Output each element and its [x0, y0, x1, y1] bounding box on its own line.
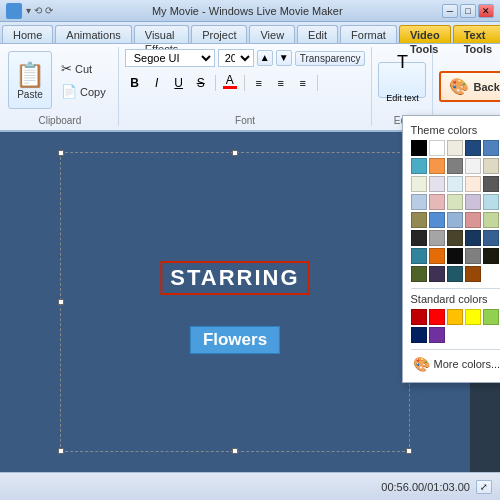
font-group: Segoe UI 20 ▲ ▼ Transparency B I U S A [121, 47, 373, 126]
theme-color-cell[interactable] [411, 266, 427, 282]
copy-button[interactable]: 📄 Copy [55, 81, 112, 102]
theme-color-cell[interactable] [411, 194, 427, 210]
cut-copy-group: ✂ Cut 📄 Copy [55, 58, 112, 102]
italic-button[interactable]: I [147, 73, 167, 93]
tab-view[interactable]: View [249, 25, 295, 43]
theme-color-cell[interactable] [447, 212, 463, 228]
maximize-button[interactable]: □ [460, 4, 476, 18]
theme-color-cell[interactable] [447, 230, 463, 246]
font-size-select[interactable]: 20 [218, 49, 254, 67]
theme-color-cell[interactable] [429, 158, 445, 174]
theme-color-cell[interactable] [465, 248, 481, 264]
standard-color-cell[interactable] [465, 309, 481, 325]
theme-color-cell[interactable] [447, 194, 463, 210]
clipboard-group: 📋 Paste ✂ Cut 📄 Copy Clipboard [4, 47, 119, 126]
font-size-decrease-button[interactable]: ▼ [276, 50, 292, 66]
standard-color-cell[interactable] [447, 309, 463, 325]
title-bar-left: ▾ ⟲ ⟳ [6, 3, 53, 19]
theme-color-cell[interactable] [411, 158, 427, 174]
selection-box [60, 152, 410, 452]
tab-format[interactable]: Format [340, 25, 397, 43]
theme-color-cell[interactable] [465, 230, 481, 246]
underline-button[interactable]: U [169, 73, 189, 93]
handle-top-left[interactable] [58, 150, 64, 156]
standard-color-cell[interactable] [411, 309, 427, 325]
handle-bottom-left[interactable] [58, 448, 64, 454]
tab-animations[interactable]: Animations [55, 25, 131, 43]
theme-color-cell[interactable] [465, 158, 481, 174]
font-face-select[interactable]: Segoe UI [125, 49, 215, 67]
theme-color-cell[interactable] [447, 266, 463, 282]
theme-color-cell[interactable] [483, 194, 499, 210]
window-title: My Movie - Windows Live Movie Maker [53, 5, 442, 17]
theme-color-cell[interactable] [411, 140, 427, 156]
theme-color-cell[interactable] [483, 248, 499, 264]
tab-edit[interactable]: Edit [297, 25, 338, 43]
tab-project[interactable]: Project [191, 25, 247, 43]
edit-text-label: Edit text [386, 80, 419, 116]
font-color-button[interactable]: A [220, 73, 240, 93]
clipboard-content: 📋 Paste ✂ Cut 📄 Copy [8, 47, 112, 113]
handle-bottom-right[interactable] [406, 448, 412, 454]
theme-color-cell[interactable] [483, 158, 499, 174]
strikethrough-button[interactable]: S [191, 73, 211, 93]
theme-color-cell[interactable] [465, 140, 481, 156]
tab-home[interactable]: Home [2, 25, 53, 43]
theme-color-cell[interactable] [429, 176, 445, 192]
theme-color-cell[interactable] [483, 230, 499, 246]
font-color-indicator [223, 86, 237, 89]
theme-color-cell[interactable] [447, 140, 463, 156]
canvas-area[interactable]: STARRING Flowers [0, 132, 470, 472]
paste-button[interactable]: 📋 Paste [8, 51, 52, 109]
theme-color-cell[interactable] [411, 248, 427, 264]
tab-video-tools[interactable]: Video Tools [399, 25, 451, 43]
tab-text-tools[interactable]: Text Tools [453, 25, 500, 43]
theme-color-cell[interactable] [465, 176, 481, 192]
theme-color-cell[interactable] [447, 176, 463, 192]
close-button[interactable]: ✕ [478, 4, 494, 18]
handle-middle-left[interactable] [58, 299, 64, 305]
theme-color-cell[interactable] [447, 248, 463, 264]
theme-color-cell[interactable] [483, 140, 499, 156]
theme-color-cell[interactable] [411, 176, 427, 192]
handle-top-middle[interactable] [232, 150, 238, 156]
standard-color-cell[interactable] [429, 327, 445, 343]
starring-text[interactable]: STARRING [160, 261, 309, 295]
copy-label: Copy [80, 86, 106, 98]
font-size-increase-button[interactable]: ▲ [257, 50, 273, 66]
align-right-button[interactable]: ≡ [293, 73, 313, 93]
handle-bottom-middle[interactable] [232, 448, 238, 454]
theme-color-cell[interactable] [465, 194, 481, 210]
theme-color-cell[interactable] [429, 194, 445, 210]
background-color-button[interactable]: 🎨 Background color ▼ [439, 71, 500, 102]
theme-color-cell[interactable] [429, 212, 445, 228]
font-color-icon: A [226, 74, 234, 86]
clipboard-group-label: Clipboard [38, 113, 81, 126]
transparency-inline-button[interactable]: Transparency [295, 51, 366, 66]
flowers-text[interactable]: Flowers [190, 326, 280, 354]
theme-color-cell[interactable] [429, 140, 445, 156]
edit-text-button[interactable]: T Edit text [378, 62, 426, 98]
theme-color-cell[interactable] [411, 212, 427, 228]
theme-color-cell[interactable] [429, 230, 445, 246]
theme-color-cell[interactable] [465, 212, 481, 228]
minimize-button[interactable]: ─ [442, 4, 458, 18]
theme-color-cell[interactable] [483, 212, 499, 228]
theme-color-cell[interactable] [429, 248, 445, 264]
theme-color-cell[interactable] [447, 158, 463, 174]
standard-color-cell[interactable] [411, 327, 427, 343]
theme-color-cell[interactable] [483, 176, 499, 192]
standard-color-cell[interactable] [429, 309, 445, 325]
theme-color-cell[interactable] [411, 230, 427, 246]
standard-color-cell[interactable] [483, 309, 499, 325]
tab-visual-effects[interactable]: Visual Effects [134, 25, 189, 43]
more-colors-button[interactable]: 🎨 More colors... [411, 354, 500, 374]
cut-button[interactable]: ✂ Cut [55, 58, 112, 79]
align-center-button[interactable]: ≡ [271, 73, 291, 93]
timeline-expand-button[interactable]: ⤢ [476, 480, 492, 494]
theme-color-cell[interactable] [429, 266, 445, 282]
align-left-button[interactable]: ≡ [249, 73, 269, 93]
bg-color-label: Background color [473, 81, 500, 93]
bold-button[interactable]: B [125, 73, 145, 93]
theme-color-cell[interactable] [465, 266, 481, 282]
